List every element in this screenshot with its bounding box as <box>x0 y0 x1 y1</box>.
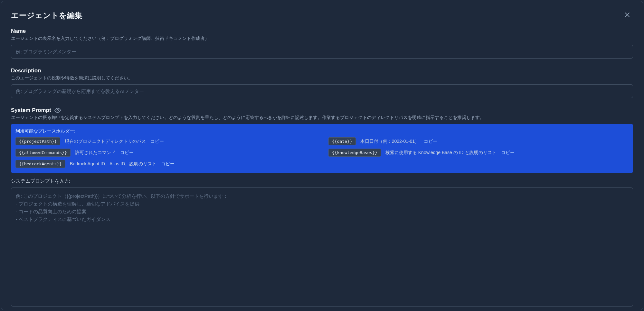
modal-title: エージェントを編集 <box>11 10 82 21</box>
placeholder-item-projectpath: {{projectPath}} 現在のプロジェクトディレクトリのパス コピー <box>15 137 316 145</box>
placeholder-desc: 現在のプロジェクトディレクトリのパス <box>65 139 146 144</box>
placeholder-desc: Bedrock Agent ID、Alias ID、説明のリスト <box>70 161 156 167</box>
placeholder-desc: 検索に使用する Knowledge Base の ID と説明のリスト <box>385 150 497 156</box>
description-hint: このエージェントの役割や特徴を簡潔に説明してください。 <box>11 75 633 81</box>
name-field-group: Name エージェントの表示名を入力してください（例：プログラミング講師、技術ド… <box>11 28 633 59</box>
placeholder-item-bedrockagents: {{bedrockAgents}} Bedrock Agent ID、Alias… <box>15 160 629 168</box>
placeholder-tag: {{knowledgeBases}} <box>328 149 381 157</box>
system-prompt-label-text: System Prompt <box>11 107 51 114</box>
placeholder-box-title: 利用可能なプレースホルダー: <box>15 128 629 134</box>
placeholder-item-date: {{date}} 本日日付（例：2022-01-01） コピー <box>328 137 629 145</box>
edit-agent-modal: エージェントを編集 Name エージェントの表示名を入力してください（例：プログ… <box>1 1 643 310</box>
copy-button[interactable]: コピー <box>120 150 134 156</box>
system-prompt-textarea[interactable] <box>11 188 633 306</box>
placeholder-tag: {{projectPath}} <box>15 137 60 145</box>
system-prompt-hint: エージェントの振る舞いを定義するシステムプロンプトを入力してください。どのような… <box>11 115 633 121</box>
modal-body: Name エージェントの表示名を入力してください（例：プログラミング講師、技術ド… <box>1 28 643 311</box>
copy-button[interactable]: コピー <box>161 161 175 167</box>
placeholder-desc: 本日日付（例：2022-01-01） <box>360 139 420 144</box>
system-prompt-input-label: システムプロンプトを入力: <box>11 178 633 184</box>
name-hint: エージェントの表示名を入力してください（例：プログラミング講師、技術ドキュメント… <box>11 36 633 41</box>
description-field-group: Description このエージェントの役割や特徴を簡潔に説明してください。 <box>11 68 633 98</box>
copy-button[interactable]: コピー <box>150 139 164 144</box>
description-input[interactable] <box>11 84 633 98</box>
close-button[interactable] <box>621 9 633 22</box>
name-label: Name <box>11 28 633 34</box>
modal-header: エージェントを編集 <box>1 1 643 28</box>
placeholder-grid: {{projectPath}} 現在のプロジェクトディレクトリのパス コピー {… <box>15 137 629 168</box>
system-prompt-field-group: System Prompt エージェントの振る舞いを定義するシステムプロンプトを… <box>11 107 633 307</box>
visibility-icon[interactable] <box>54 107 61 114</box>
close-icon <box>623 11 631 20</box>
placeholder-item-allowedcommands: {{allowedCommands}} 許可されたコマンド コピー <box>15 149 316 157</box>
placeholder-tag: {{bedrockAgents}} <box>15 160 65 168</box>
description-label: Description <box>11 68 633 74</box>
copy-button[interactable]: コピー <box>501 150 515 156</box>
system-prompt-label: System Prompt <box>11 107 633 114</box>
name-input[interactable] <box>11 45 633 59</box>
placeholder-tag: {{allowedCommands}} <box>15 149 71 157</box>
placeholder-box: 利用可能なプレースホルダー: {{projectPath}} 現在のプロジェクト… <box>11 124 633 173</box>
placeholder-item-knowledgebases: {{knowledgeBases}} 検索に使用する Knowledge Bas… <box>328 149 629 157</box>
svg-point-2 <box>57 110 58 111</box>
placeholder-tag: {{date}} <box>328 137 356 145</box>
copy-button[interactable]: コピー <box>424 139 437 144</box>
placeholder-desc: 許可されたコマンド <box>75 150 116 156</box>
